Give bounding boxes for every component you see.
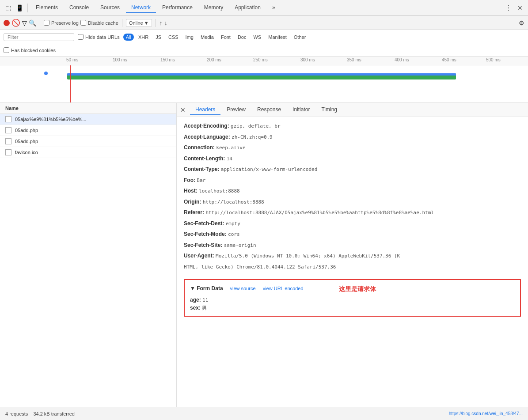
file-icon-0	[5, 116, 11, 122]
ruler-mark-150: 150 ms	[160, 57, 175, 62]
detail-tab-initiator[interactable]: Initiator	[287, 105, 315, 115]
filter-tab-doc[interactable]: Doc	[235, 34, 249, 41]
form-data-row-age: age: 11	[190, 296, 515, 304]
upload-icon[interactable]: ↑	[160, 19, 163, 26]
detail-tab-response[interactable]: Response	[252, 105, 286, 115]
view-url-encoded-link[interactable]: view URL encoded	[263, 286, 304, 291]
settings-icon[interactable]: ⚙	[519, 19, 524, 26]
hide-data-urls-checkbox[interactable]	[78, 34, 84, 40]
detail-tab-preview[interactable]: Preview	[221, 105, 251, 115]
detail-panel: ✕ Headers Preview Response Initiator Tim…	[177, 103, 528, 407]
header-row-5: Foo: Bar	[184, 175, 521, 186]
status-bar-url: https://blog.csdn.net/wei_jin_458/47...	[449, 411, 523, 416]
cookies-bar: Has blocked cookies	[0, 44, 528, 57]
close-detail-icon[interactable]: ✕	[180, 106, 186, 114]
filter-button[interactable]: ▽	[22, 19, 27, 26]
toolbar-sep-2	[122, 19, 122, 27]
file-list: Name 05ajax%e9%81%b5%e5%be%... 05add.php…	[0, 103, 177, 407]
blocked-cookies-checkbox[interactable]	[4, 47, 9, 53]
separator-1	[27, 4, 28, 12]
filter-bar: Hide data URLs All XHR JS CSS Img Media …	[0, 30, 528, 44]
filter-tab-manifest[interactable]: Manifest	[266, 34, 289, 41]
filter-input[interactable]	[4, 33, 74, 41]
headers-content: Accept-Encoding: gzip, deflate, br Accep…	[177, 117, 528, 276]
throttle-select[interactable]: Online ▼	[126, 19, 152, 27]
filter-tab-other[interactable]: Other	[291, 34, 309, 41]
tab-memory[interactable]: Memory	[199, 3, 228, 13]
tab-elements[interactable]: Elements	[30, 3, 63, 13]
header-row-6: Host: localhost:8888	[184, 185, 521, 197]
chevron-down-icon: ▼	[144, 20, 149, 26]
file-icon-1	[5, 127, 11, 133]
ruler-mark-350: 350 ms	[347, 57, 361, 62]
request-count: 4 requests	[5, 411, 28, 416]
detail-tab-timing[interactable]: Timing	[316, 105, 342, 115]
header-row-12: User-Agent: Mozilla/5.0 (Windows NT 10.0…	[184, 250, 521, 261]
tab-more[interactable]: »	[267, 3, 281, 13]
file-item-0[interactable]: 05ajax%e9%81%b5%e5%be%...	[0, 114, 176, 125]
filter-tab-xhr[interactable]: XHR	[136, 34, 151, 41]
blocked-cookies-label[interactable]: Has blocked cookies	[4, 47, 56, 53]
devtools-top-bar: ⬚ 📱 Elements Console Sources Network Per…	[0, 0, 528, 16]
tab-performance[interactable]: Performance	[157, 3, 198, 13]
filter-tab-img[interactable]: Img	[183, 34, 196, 41]
header-row-4: Content-Type: application/x-www-form-url…	[184, 164, 521, 175]
ruler-mark-300: 300 ms	[300, 57, 315, 62]
devtools-menu-icon[interactable]: ⋮	[503, 3, 514, 13]
filter-tab-ws[interactable]: WS	[251, 34, 264, 41]
header-row-0: Accept-Encoding: gzip, deflate, br	[184, 121, 521, 132]
ruler-mark-400: 400 ms	[395, 57, 409, 62]
detail-tabs: ✕ Headers Preview Response Initiator Tim…	[177, 103, 528, 117]
device-icon[interactable]: 📱	[14, 3, 25, 13]
form-data-actions: view source view URL encoded	[230, 286, 304, 291]
hide-data-urls-label[interactable]: Hide data URLs	[78, 34, 120, 40]
view-source-link[interactable]: view source	[230, 286, 256, 291]
filter-tab-font[interactable]: Font	[218, 34, 233, 41]
header-row-7: Origin: http://localhost:8888	[184, 197, 521, 208]
filter-tab-css[interactable]: CSS	[166, 34, 181, 41]
tab-console[interactable]: Console	[64, 3, 94, 13]
filter-tab-js[interactable]: JS	[153, 34, 164, 41]
main-content: Name 05ajax%e9%81%b5%e5%be%... 05add.php…	[0, 103, 528, 407]
header-row-3: Content-Length: 14	[184, 153, 521, 164]
close-devtools-icon[interactable]: ✕	[515, 3, 525, 13]
file-item-1[interactable]: 05add.php	[0, 125, 176, 136]
detail-tab-headers[interactable]: Headers	[190, 105, 220, 115]
ruler-mark-450: 450 ms	[442, 57, 456, 62]
disable-cache-checkbox[interactable]: Disable cache	[80, 20, 118, 26]
tab-network[interactable]: Network	[126, 3, 156, 13]
ruler-mark-200: 200 ms	[207, 57, 221, 62]
header-row-8: Referer: http://localhost:8888/AJAX/05aj…	[184, 207, 521, 218]
file-icon-2	[5, 138, 11, 144]
header-row-2: Connection: keep-alive	[184, 142, 521, 153]
file-icon-3	[5, 149, 11, 155]
record-button[interactable]	[4, 20, 10, 26]
filter-tab-media[interactable]: Media	[198, 34, 217, 41]
form-data-row-sex: sex: 男	[190, 304, 515, 312]
ruler-mark-100: 100 ms	[113, 57, 127, 62]
network-toolbar: 🚫 ▽ 🔍 Preserve log Disable cache Online …	[0, 16, 528, 30]
file-item-2[interactable]: 05add.php	[0, 136, 176, 147]
form-data-header: ▼ Form Data view source view URL encoded…	[190, 284, 515, 293]
header-row-9: Sec-Fetch-Dest: empty	[184, 218, 521, 229]
file-item-3[interactable]: favicon.ico	[0, 147, 176, 158]
download-icon[interactable]: ↓	[164, 19, 167, 26]
transferred-size: 34.2 kB transferred	[33, 411, 75, 416]
timeline-area	[0, 65, 528, 103]
ruler-mark-50: 50 ms	[66, 57, 78, 62]
tab-application[interactable]: Application	[229, 3, 266, 13]
search-button[interactable]: 🔍	[29, 19, 36, 26]
filter-tab-all[interactable]: All	[123, 34, 134, 41]
header-row-1: Accept-Language: zh-CN,zh;q=0.9	[184, 132, 521, 143]
timeline-cursor	[70, 65, 71, 103]
ruler-mark-250: 250 ms	[253, 57, 268, 62]
cursor-icon[interactable]: ⬚	[3, 3, 13, 13]
header-row-13: HTML, like Gecko) Chrome/81.0.4044.122 S…	[184, 261, 521, 272]
clear-button[interactable]: 🚫	[11, 19, 20, 27]
toolbar-sep-3	[156, 19, 156, 27]
timeline-bar-blue	[67, 73, 456, 76]
timeline-container: 50 ms 100 ms 150 ms 200 ms 250 ms 300 ms…	[0, 57, 528, 103]
tab-sources[interactable]: Sources	[95, 3, 125, 13]
status-bar: 4 requests 34.2 kB transferred https://b…	[0, 407, 528, 420]
preserve-log-checkbox[interactable]: Preserve log	[44, 20, 79, 26]
